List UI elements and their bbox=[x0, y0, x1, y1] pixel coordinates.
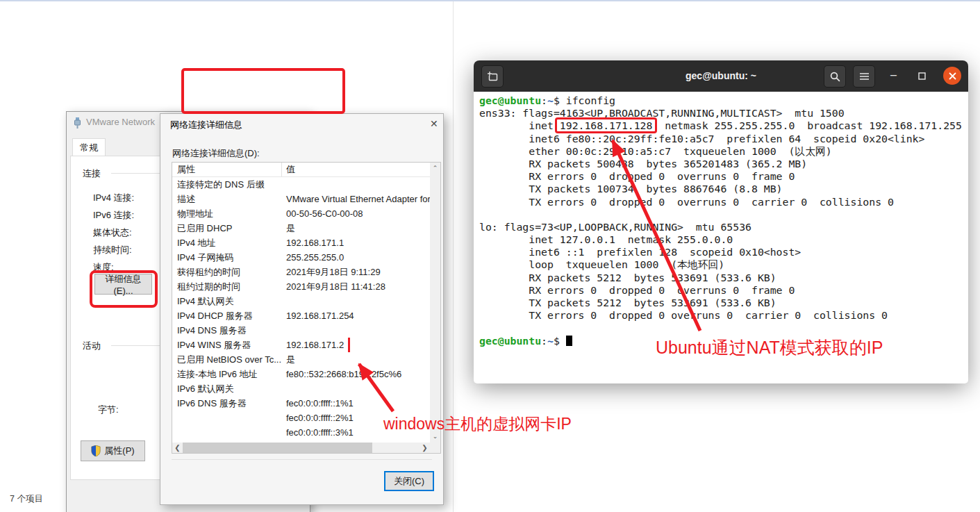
scrollbar-thumb[interactable] bbox=[183, 443, 372, 453]
table-row[interactable]: 连接-本地 IPv6 地址fe80::532:2668:b193:2f5c%6 bbox=[172, 367, 430, 381]
terminal-line: TX packets 100734 bytes 8867646 (8.8 MB) bbox=[479, 183, 968, 195]
terminal-line: gec@ubuntu:~$ ifconfig bbox=[479, 94, 968, 107]
terminal-line bbox=[479, 322, 968, 334]
dialog-title: 网络连接详细信息 bbox=[170, 119, 242, 131]
speed-label: 速度: bbox=[93, 261, 114, 274]
bytes-label: 字节: bbox=[98, 404, 119, 416]
table-row[interactable]: 物理地址00-50-56-C0-00-08 bbox=[172, 206, 430, 221]
close-button[interactable] bbox=[943, 67, 961, 85]
terminal-line bbox=[479, 208, 968, 221]
maximize-icon bbox=[918, 72, 926, 80]
terminal-line: RX packets 5212 bytes 533691 (533.6 KB) bbox=[479, 272, 968, 284]
media-state-label: 媒体状态: bbox=[93, 226, 132, 239]
minimize-button[interactable]: – bbox=[890, 69, 897, 81]
terminal-cursor bbox=[566, 336, 572, 346]
menu-button[interactable] bbox=[853, 65, 875, 88]
details-button[interactable]: 详细信息(E)... bbox=[94, 274, 152, 295]
table-row[interactable]: 租约过期的时间2021年9月18日 11:41:28 bbox=[172, 279, 430, 294]
properties-button[interactable]: 属性(P) bbox=[81, 440, 145, 461]
table-row[interactable]: IPv6 DNS 服务器fec0:0:0:ffff::1%1 bbox=[172, 396, 430, 411]
ipv6-connectivity-label: IPv6 连接: bbox=[93, 209, 134, 222]
table-row[interactable]: IPv4 地址192.168.171.1 bbox=[172, 236, 430, 250]
close-icon bbox=[949, 72, 956, 80]
table-row[interactable]: IPv4 子网掩码255.255.255.0 bbox=[172, 250, 430, 265]
terminal-line: lo: flags=73<UP,LOOPBACK,RUNNING> mtu 65… bbox=[479, 221, 968, 233]
column-value: 值 bbox=[282, 163, 430, 176]
terminal-line: RX packets 500438 bytes 365201483 (365.2… bbox=[479, 158, 968, 170]
duration-label: 持续时间: bbox=[93, 244, 132, 256]
search-button[interactable] bbox=[824, 65, 846, 88]
maximize-button[interactable] bbox=[918, 70, 926, 83]
terminal-line: gec@ubuntu:~$ bbox=[479, 335, 968, 347]
table-row[interactable]: 已启用 NetBIOS over Tc...是 bbox=[172, 352, 430, 367]
terminal-line: RX errors 0 dropped 0 overruns 0 frame 0 bbox=[479, 170, 968, 183]
terminal-line: inet 192.168.171.128 netmask 255.255.255… bbox=[479, 119, 968, 132]
uac-shield-icon bbox=[91, 445, 101, 456]
terminal-line: inet6 ::1 prefixlen 128 scopeid 0x10<hos… bbox=[479, 246, 968, 258]
close-icon[interactable]: ✕ bbox=[430, 118, 438, 129]
scroll-right-icon[interactable]: ❯ bbox=[420, 444, 430, 452]
table-row[interactable]: IPv4 DHCP 服务器192.168.171.254 bbox=[172, 308, 430, 323]
scroll-down-icon[interactable]: ⌄ bbox=[430, 433, 440, 440]
column-property: 属性 bbox=[172, 163, 282, 176]
vertical-scrollbar[interactable]: ⌃ ⌄ bbox=[430, 163, 440, 453]
scroll-up-icon[interactable]: ⌃ bbox=[430, 165, 440, 172]
terminal-body[interactable]: gec@ubuntu:~$ ifconfigens33: flags=4163<… bbox=[474, 92, 968, 383]
search-icon bbox=[830, 72, 840, 82]
window-top-accent bbox=[0, 0, 980, 1]
table-row[interactable]: 连接特定的 DNS 后缀 bbox=[172, 177, 430, 192]
network-connection-details-dialog: 网络连接详细信息 ✕ 网络连接详细信息(D): 属性 值 连接特定的 DNS 后… bbox=[160, 113, 444, 505]
horizontal-scrollbar[interactable]: ❮ ❯ bbox=[172, 443, 430, 453]
tab-general[interactable]: 常规 bbox=[72, 138, 106, 157]
footer-divider bbox=[172, 459, 432, 460]
close-button[interactable]: 关闭(C) bbox=[384, 471, 434, 491]
table-header: 属性 值 bbox=[172, 163, 430, 177]
dialog-title: VMware Network bbox=[86, 117, 155, 127]
table-row[interactable]: IPv4 DNS 服务器 bbox=[172, 323, 430, 338]
terminal-line: loop txqueuelen 1000 (本地环回) bbox=[479, 258, 968, 271]
table-row[interactable]: 获得租约的时间2021年9月18日 9:11:29 bbox=[172, 265, 430, 279]
table-rows: 连接特定的 DNS 后缀描述VMware Virtual Ethernet Ad… bbox=[172, 177, 430, 443]
terminal-line: inet6 fe80::20c:29ff:fe10:a5c7 prefixlen… bbox=[479, 133, 968, 145]
table-row[interactable]: fec0:0:0:ffff::2%1 bbox=[172, 411, 430, 425]
activity-group-label: 活动 bbox=[83, 340, 101, 352]
terminal-line: ether 00:0c:29:10:a5:c7 txqueuelen 1000 … bbox=[479, 145, 968, 158]
table-row[interactable]: 描述VMware Virtual Ethernet Adapter for bbox=[172, 192, 430, 206]
terminal-line: TX errors 0 dropped 0 overruns 0 carrier… bbox=[479, 309, 968, 322]
terminal-line: ens33: flags=4163<UP,BROADCAST,RUNNING,M… bbox=[479, 107, 968, 119]
table-row[interactable]: IPv4 WINS 服务器192.168.171.2 bbox=[172, 338, 430, 352]
connection-group-label: 连接 bbox=[83, 167, 101, 180]
terminal-window: gec@ubuntu: ~ – gec@ubuntu:~$ ifconfigen… bbox=[474, 60, 968, 381]
items-count-status: 7 个项目 bbox=[10, 493, 43, 505]
ipv4-connectivity-label: IPv4 连接: bbox=[93, 192, 134, 204]
table-row[interactable]: IPv4 默认网关 bbox=[172, 294, 430, 308]
terminal-line: TX errors 0 dropped 0 overruns 0 carrier… bbox=[479, 196, 968, 208]
table-row[interactable]: 已启用 DHCP是 bbox=[172, 221, 430, 236]
hamburger-icon bbox=[859, 72, 870, 81]
details-table: 属性 值 连接特定的 DNS 后缀描述VMware Virtual Ethern… bbox=[172, 162, 441, 454]
table-row[interactable]: fec0:0:0:ffff::3%1 bbox=[172, 425, 430, 440]
terminal-line: RX errors 0 dropped 0 overruns 0 frame 0 bbox=[479, 284, 968, 297]
details-list-label: 网络连接详细信息(D): bbox=[172, 147, 260, 160]
terminal-titlebar[interactable]: gec@ubuntu: ~ – bbox=[474, 60, 968, 92]
scroll-left-icon[interactable]: ❮ bbox=[172, 444, 183, 452]
terminal-line: inet 127.0.0.1 netmask 255.0.0.0 bbox=[479, 233, 968, 246]
usb-plug-icon bbox=[73, 117, 82, 131]
table-row[interactable]: IPv6 默认网关 bbox=[172, 381, 430, 396]
terminal-line: TX packets 5212 bytes 533691 (533.6 KB) bbox=[479, 297, 968, 309]
